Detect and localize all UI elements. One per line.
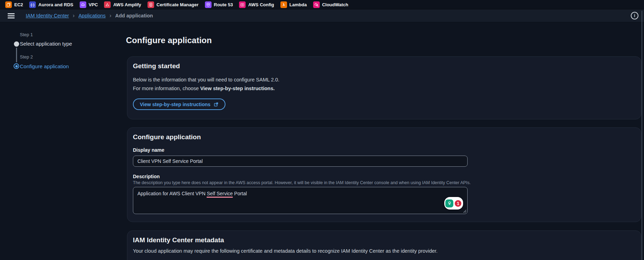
configure-card-title: Configure application xyxy=(133,133,635,141)
route53-icon xyxy=(205,1,212,8)
svg-text:λ: λ xyxy=(283,3,285,7)
page-title: Configure application xyxy=(126,36,212,45)
step1-label: Step 1 xyxy=(20,32,33,37)
metadata-title: IAM Identity Center metadata xyxy=(133,236,635,244)
favorite-vpc[interactable]: VPC xyxy=(77,0,101,9)
cloudwatch-icon xyxy=(313,1,320,8)
suggestion-bulb-icon xyxy=(445,199,453,207)
favorite-label: Route 53 xyxy=(214,2,233,7)
breadcrumb-iam-identity-center[interactable]: IAM Identity Center xyxy=(26,13,69,18)
breadcrumb: IAM Identity Center › Applications › Add… xyxy=(26,13,153,19)
amplify-icon xyxy=(104,1,111,8)
panel-divider xyxy=(642,11,642,260)
breadcrumb-applications[interactable]: Applications xyxy=(78,13,105,18)
favorite-label: AWS Amplify xyxy=(113,2,141,7)
display-name-label: Display name xyxy=(133,147,635,153)
rds-icon: {:} xyxy=(29,1,36,8)
chevron-right-icon: › xyxy=(110,13,111,19)
vpc-icon xyxy=(80,1,86,8)
favorite-config[interactable]: AWS Config xyxy=(236,0,277,9)
certificate-manager-icon xyxy=(148,1,154,8)
favorite-route53[interactable]: Route 53 xyxy=(202,0,236,9)
display-name-input[interactable] xyxy=(133,156,468,167)
config-icon xyxy=(239,1,246,8)
console-window: EC2 {:} Aurora and RDS VPC xyxy=(0,0,644,260)
description-textarea[interactable]: Application for AWS Client VPN Self Serv… xyxy=(133,187,468,214)
info-icon[interactable]: i xyxy=(631,12,638,19)
favorite-lambda[interactable]: λ Lambda xyxy=(277,0,310,9)
description-text: Portal xyxy=(233,191,247,196)
chevron-right-icon: › xyxy=(73,13,74,19)
metadata-card: IAM Identity Center metadata Your cloud … xyxy=(127,230,641,260)
description-text-misspelled: Self Service xyxy=(207,191,233,198)
view-instructions-label: View step-by-step instructions xyxy=(140,102,210,107)
favorite-aurora-rds[interactable]: {:} Aurora and RDS xyxy=(26,0,76,9)
favorite-label: Aurora and RDS xyxy=(38,2,73,7)
hamburger-menu-icon[interactable] xyxy=(8,13,15,18)
getting-started-title: Getting started xyxy=(133,62,635,70)
configure-application-card: Configure application Display name Descr… xyxy=(127,127,641,222)
favorite-cloudwatch[interactable]: CloudWatch xyxy=(310,0,351,9)
step2-link[interactable]: Configure application xyxy=(20,63,69,69)
favorite-label: Lambda xyxy=(289,2,307,7)
favorite-label: CloudWatch xyxy=(322,2,348,7)
svg-text:{:}: {:} xyxy=(31,2,34,6)
favorite-amplify[interactable]: AWS Amplify xyxy=(101,0,144,9)
favorite-ec2[interactable]: EC2 xyxy=(2,0,26,9)
favorite-label: VPC xyxy=(89,2,98,7)
getting-started-card: Getting started Below is the information… xyxy=(127,56,641,119)
description-text: Application for AWS Client VPN xyxy=(137,191,207,196)
step2-label: Step 2 xyxy=(20,54,33,60)
favorite-label: Certificate Manager xyxy=(157,2,199,7)
step2-dot-icon xyxy=(14,63,19,69)
resize-handle-icon[interactable] xyxy=(463,209,467,213)
ec2-icon xyxy=(5,1,12,8)
view-instructions-button[interactable]: View step-by-step instructions xyxy=(133,99,225,110)
getting-started-line1: Below is the information that you will n… xyxy=(133,77,279,82)
breadcrumb-bar: IAM Identity Center › Applications › Add… xyxy=(0,9,644,22)
grammarly-widget[interactable]: 1 xyxy=(444,197,463,210)
breadcrumb-current: Add application xyxy=(115,13,153,18)
favorite-label: AWS Config xyxy=(248,2,274,7)
favorites-bar: EC2 {:} Aurora and RDS VPC xyxy=(0,0,644,9)
favorite-label: EC2 xyxy=(14,2,23,7)
metadata-description: Your cloud application may require the f… xyxy=(133,248,635,254)
step-connector-line xyxy=(16,48,17,62)
suggestion-count-badge: 1 xyxy=(454,199,462,207)
lambda-icon: λ xyxy=(280,1,287,8)
favorite-certificate-manager[interactable]: Certificate Manager xyxy=(144,0,202,9)
external-link-icon xyxy=(214,102,218,107)
description-helper-text: The description you type here does not a… xyxy=(133,180,635,185)
step1-dot-icon xyxy=(14,41,19,47)
getting-started-line2: For more information, choose xyxy=(133,86,200,91)
getting-started-text: Below is the information that you will n… xyxy=(133,76,635,93)
getting-started-line2-bold: View step-by-step instructions. xyxy=(200,86,275,91)
step1-link[interactable]: Select application type xyxy=(20,41,72,47)
description-label: Description xyxy=(133,174,635,179)
